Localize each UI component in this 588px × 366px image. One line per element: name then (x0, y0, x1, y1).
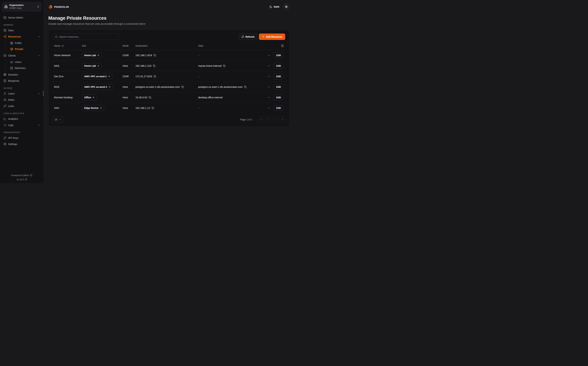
gear-icon (3, 143, 6, 145)
toolbar: Refresh Add Resource (53, 33, 285, 40)
alias-value: mynas.home.internal (198, 64, 221, 67)
page-subtitle: Create and manage resources that are onl… (48, 22, 289, 25)
globe-icon (3, 73, 6, 76)
row-menu-button[interactable] (267, 96, 271, 99)
site-link[interactable]: Edge Device (82, 105, 104, 111)
sidebar-item-private[interactable]: Private (9, 46, 42, 52)
resource-name: Dev Env (53, 71, 81, 82)
sidebar-item-roles[interactable]: Roles (2, 97, 42, 103)
org-switcher[interactable]: Organization ACME Corp. (2, 2, 42, 11)
chevrons-up-down-icon (37, 6, 39, 8)
row-menu-button[interactable] (267, 106, 271, 110)
column-header-alias: Alias (197, 43, 265, 50)
resource-name: NAS (53, 61, 81, 71)
add-resource-button[interactable]: Add Resource (259, 33, 285, 40)
chart-line-icon (3, 117, 6, 120)
sidebar-item-machines[interactable]: Machines (9, 65, 42, 71)
copy-icon (149, 96, 151, 99)
next-page-button[interactable] (272, 117, 278, 122)
sidebar-item-resources[interactable]: Resources (2, 33, 42, 40)
column-header-name[interactable]: Name (53, 43, 81, 50)
github-icon[interactable] (30, 174, 32, 177)
sidebar-item-client-users[interactable]: Users (9, 59, 42, 65)
copy-icon (154, 54, 156, 56)
copy-icon (152, 107, 154, 109)
copy-button[interactable] (181, 86, 184, 88)
sidebar: Organization ACME Corp. Server Admin GEN… (0, 0, 44, 183)
laptop-icon (10, 61, 13, 64)
row-menu-button[interactable] (267, 53, 271, 57)
brand-name: PANGOLIN (54, 5, 69, 8)
copy-button[interactable] (223, 65, 226, 67)
edit-button[interactable]: Edit (273, 84, 284, 90)
search-input[interactable] (59, 35, 117, 38)
row-menu-button[interactable] (267, 75, 271, 78)
org-switcher-label: Organization (9, 4, 35, 7)
arrow-up-right-icon (97, 54, 99, 56)
destination-value: 192.168.1.12 (135, 107, 150, 109)
sidebar-item-server-admin[interactable]: Server Admin (2, 15, 42, 21)
search-box (53, 33, 119, 40)
sidebar-item-public[interactable]: Public (9, 40, 42, 46)
alias-value: - (197, 50, 265, 61)
arrow-up-right-icon (97, 65, 99, 67)
ellipsis-icon (268, 54, 270, 57)
edit-button[interactable]: Edit (273, 63, 284, 69)
last-page-button[interactable] (279, 117, 285, 122)
site-link[interactable]: Home Lab (82, 63, 102, 69)
search-icon (55, 35, 58, 38)
theme-toggle-button[interactable]: Dark (269, 5, 279, 8)
copy-button[interactable] (154, 54, 156, 56)
column-visibility-button[interactable] (281, 44, 284, 47)
edit-button[interactable]: Edit (273, 105, 284, 111)
pangolin-logo-icon (48, 5, 53, 9)
external-link-icon[interactable] (25, 178, 27, 181)
alias-value: desktop.office.internal (197, 92, 265, 103)
sidebar-item-users[interactable]: Users (2, 91, 42, 97)
copy-button[interactable] (244, 86, 247, 88)
copy-button[interactable] (154, 75, 156, 78)
table-row: NAS Home Lab Host 192.168.1.210 mynas.ho… (53, 61, 285, 71)
copy-button[interactable] (153, 65, 155, 67)
edit-button[interactable]: Edit (273, 52, 284, 58)
sidebar-item-domains[interactable]: Domains (2, 72, 42, 78)
chevron-down-icon (38, 124, 40, 126)
site-link[interactable]: Home Lab (82, 52, 102, 58)
avatar[interactable]: M (283, 4, 289, 10)
prev-page-button[interactable] (265, 117, 271, 122)
resource-mode: Host (121, 103, 134, 113)
org-switcher-value: ACME Corp. (9, 7, 35, 10)
site-link[interactable]: AWS VPC us-east-1 (82, 73, 112, 79)
ellipsis-icon (268, 107, 270, 109)
edition-label: Enterprise Edition (11, 174, 29, 176)
copy-button[interactable] (149, 96, 151, 99)
refresh-button[interactable]: Refresh (239, 33, 257, 40)
sidebar-item-sites[interactable]: Sites (2, 27, 42, 33)
sidebar-item-settings[interactable]: Settings (2, 141, 42, 147)
monitor-up-icon (3, 54, 6, 57)
ellipsis-icon (268, 64, 270, 67)
row-menu-button[interactable] (267, 64, 271, 68)
row-menu-button[interactable] (267, 85, 271, 89)
resource-mode: CIDR (121, 50, 134, 61)
brand[interactable]: PANGOLIN (48, 5, 69, 9)
edit-button[interactable]: Edit (273, 94, 284, 100)
table-row: Home Network Home Lab CIDR 192.168.1.0/2… (53, 50, 285, 61)
column-header-destination: Destination (134, 43, 197, 50)
edit-button[interactable]: Edit (273, 73, 284, 79)
site-link[interactable]: Office (82, 94, 97, 100)
first-page-button[interactable] (258, 117, 264, 122)
copy-button[interactable] (152, 107, 154, 109)
sidebar-item-clients[interactable]: Clients (2, 53, 42, 59)
alias-value: - (197, 103, 265, 113)
sidebar-item-analytics[interactable]: Analytics (2, 116, 42, 122)
sidebar-item-logs[interactable]: Logs (2, 122, 42, 128)
alias-value: - (197, 71, 265, 82)
site-link[interactable]: AWS VPC us-west-1 (82, 84, 113, 90)
sidebar-item-api-keys[interactable]: API Keys (2, 135, 42, 141)
sidebar-item-links[interactable]: Links (2, 103, 42, 109)
page-size-select[interactable]: 20 (53, 116, 64, 123)
sidebar-scrollbar[interactable] (43, 91, 44, 96)
section-organization: ORGANIZATION (3, 131, 40, 133)
sidebar-item-blueprints[interactable]: Blueprints (2, 78, 42, 84)
